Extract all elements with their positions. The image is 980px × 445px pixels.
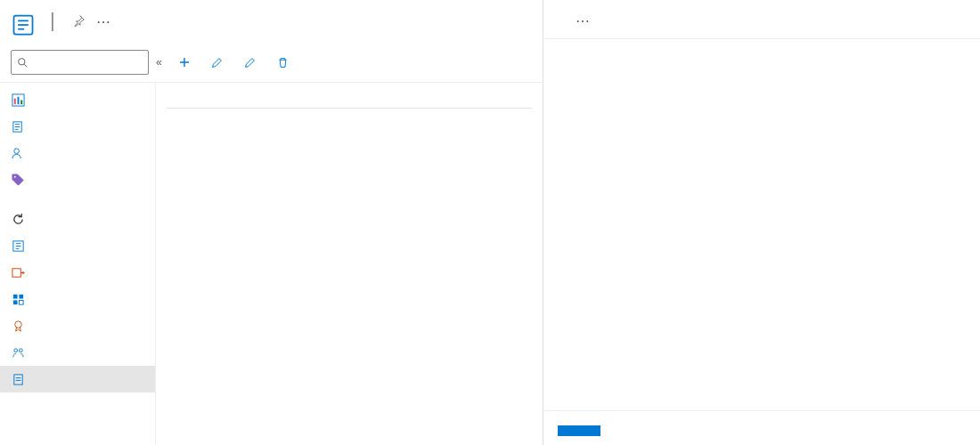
- refresh-icon: [11, 212, 25, 226]
- sidebar-item-partners[interactable]: [0, 339, 155, 366]
- add-button[interactable]: [171, 53, 202, 72]
- title-separator: |: [50, 9, 55, 32]
- agreement-icon: [11, 372, 25, 386]
- svg-rect-17: [12, 268, 20, 276]
- search-icon: [17, 57, 29, 69]
- svg-rect-8: [17, 96, 19, 103]
- svg-point-23: [13, 348, 17, 352]
- svg-point-22: [14, 320, 21, 328]
- sidebar-section-settings: [0, 193, 155, 206]
- more-icon[interactable]: ⋯: [570, 12, 595, 29]
- delete-button[interactable]: [270, 53, 301, 72]
- col-host[interactable]: [349, 90, 441, 109]
- sidebar-item-callback[interactable]: [0, 206, 155, 232]
- sidebar-item-maps[interactable]: [0, 259, 155, 286]
- svg-rect-25: [13, 374, 21, 384]
- schema-icon: [11, 239, 25, 253]
- tag-icon: [11, 173, 25, 187]
- pencil-icon: [244, 56, 257, 69]
- svg-point-24: [19, 348, 22, 352]
- svg-rect-9: [20, 100, 22, 104]
- trash-icon: [277, 56, 290, 69]
- integration-account-icon: [11, 12, 36, 37]
- log-icon: [11, 119, 25, 134]
- edit-button[interactable]: [204, 53, 235, 72]
- col-type[interactable]: [258, 90, 350, 109]
- sidebar: [0, 83, 156, 445]
- overview-icon: [11, 93, 25, 107]
- pencil-icon: [211, 56, 224, 69]
- sidebar-item-certificates[interactable]: [0, 312, 155, 339]
- col-name[interactable]: [167, 90, 258, 109]
- sidebar-item-access[interactable]: [0, 140, 155, 166]
- maps-icon: [11, 265, 25, 279]
- collapse-nav-icon[interactable]: «: [156, 56, 162, 69]
- svg-rect-7: [13, 98, 15, 104]
- sidebar-item-activity[interactable]: [0, 113, 155, 140]
- partners-icon: [11, 345, 25, 360]
- svg-point-15: [13, 175, 15, 177]
- svg-line-5: [24, 64, 27, 67]
- sidebar-item-tags[interactable]: [0, 166, 155, 193]
- svg-rect-19: [19, 294, 23, 298]
- svg-point-4: [19, 58, 25, 64]
- svg-rect-18: [12, 294, 17, 298]
- more-icon[interactable]: ⋯: [91, 13, 116, 30]
- sidebar-item-schemas[interactable]: [0, 232, 155, 259]
- svg-rect-20: [12, 300, 17, 304]
- svg-point-14: [13, 148, 19, 153]
- svg-rect-21: [19, 300, 23, 304]
- assembly-icon: [11, 292, 25, 306]
- edit-json-button[interactable]: [237, 53, 268, 72]
- certificate-icon: [11, 319, 25, 333]
- agreements-table: [167, 90, 532, 109]
- sidebar-item-overview[interactable]: [0, 86, 155, 113]
- sidebar-item-assemblies[interactable]: [0, 286, 155, 312]
- ok-button[interactable]: [558, 425, 600, 436]
- plus-icon: [178, 56, 191, 69]
- sidebar-item-agreements[interactable]: [0, 366, 155, 392]
- col-guest[interactable]: [441, 90, 533, 109]
- pin-icon[interactable]: [73, 14, 86, 27]
- person-icon: [11, 146, 25, 160]
- search-input-container[interactable]: [11, 50, 149, 75]
- search-input[interactable]: [29, 56, 127, 69]
- json-code-editor[interactable]: [543, 38, 980, 410]
